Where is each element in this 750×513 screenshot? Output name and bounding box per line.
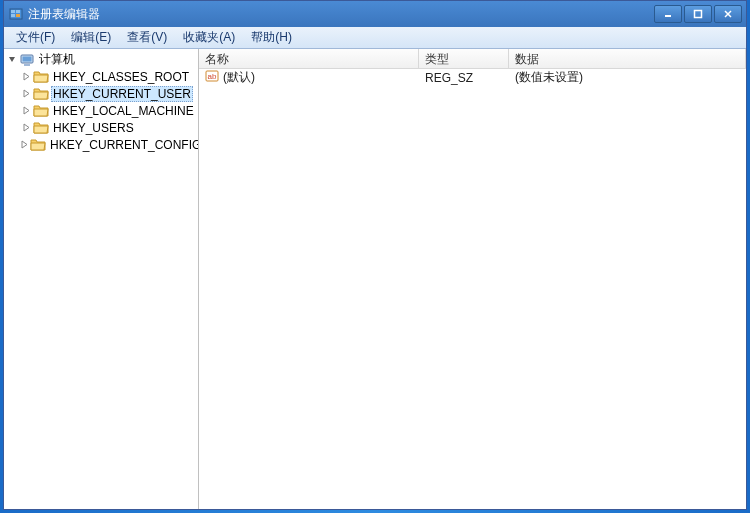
tree-node-label: HKEY_LOCAL_MACHINE [51,104,196,118]
list-body[interactable]: ab(默认)REG_SZ(数值未设置) [199,69,746,509]
app-icon [8,6,24,22]
window-controls [654,5,742,23]
computer-icon [19,52,35,68]
column-type[interactable]: 类型 [419,49,509,68]
string-value-icon: ab [205,69,219,86]
expand-icon[interactable] [20,122,32,134]
menu-view[interactable]: 查看(V) [119,27,175,48]
tree-root-computer[interactable]: 计算机 [4,51,198,68]
close-button[interactable] [714,5,742,23]
folder-icon [33,120,49,136]
list-row[interactable]: ab(默认)REG_SZ(数值未设置) [199,69,746,86]
expand-icon[interactable] [20,139,29,151]
tree-node-hive[interactable]: HKEY_USERS [4,119,198,136]
expand-icon[interactable] [20,88,32,100]
menu-edit[interactable]: 编辑(E) [63,27,119,48]
folder-icon [33,103,49,119]
svg-rect-3 [11,14,15,17]
collapse-icon[interactable] [6,54,18,66]
value-name: (默认) [223,69,255,86]
column-name[interactable]: 名称 [199,49,419,68]
tree-node-hive[interactable]: HKEY_CURRENT_USER [4,85,198,102]
svg-rect-6 [695,11,702,18]
tree-node-hive[interactable]: HKEY_LOCAL_MACHINE [4,102,198,119]
content-area: 计算机 HKEY_CLASSES_ROOTHKEY_CURRENT_USERHK… [4,49,746,509]
maximize-button[interactable] [684,5,712,23]
expand-icon[interactable] [20,71,32,83]
tree-node-label: HKEY_CURRENT_CONFIG [48,138,199,152]
tree-node-label: HKEY_CLASSES_ROOT [51,70,191,84]
titlebar[interactable]: 注册表编辑器 [4,1,746,27]
menubar: 文件(F) 编辑(E) 查看(V) 收藏夹(A) 帮助(H) [4,27,746,49]
tree-root-label: 计算机 [37,51,77,68]
folder-icon [33,86,49,102]
svg-rect-10 [23,56,32,61]
svg-text:ab: ab [208,72,217,81]
tree-node-label: HKEY_CURRENT_USER [51,86,193,102]
svg-rect-11 [24,64,30,66]
folder-icon [33,69,49,85]
minimize-button[interactable] [654,5,682,23]
list-header: 名称 类型 数据 [199,49,746,69]
column-data[interactable]: 数据 [509,49,746,68]
svg-rect-1 [11,10,15,13]
menu-file[interactable]: 文件(F) [8,27,63,48]
tree-node-hive[interactable]: HKEY_CURRENT_CONFIG [4,136,198,153]
folder-icon [30,137,46,153]
tree-panel[interactable]: 计算机 HKEY_CLASSES_ROOTHKEY_CURRENT_USERHK… [4,49,199,509]
menu-help[interactable]: 帮助(H) [243,27,300,48]
cell-name: ab(默认) [199,69,419,86]
list-panel: 名称 类型 数据 ab(默认)REG_SZ(数值未设置) [199,49,746,509]
registry-editor-window: 注册表编辑器 文件(F) 编辑(E) 查看(V) 收藏夹(A) 帮助(H) [3,0,747,510]
svg-rect-2 [16,10,20,13]
window-title: 注册表编辑器 [28,6,654,23]
svg-rect-4 [16,14,20,17]
cell-type: REG_SZ [419,71,509,85]
menu-favorites[interactable]: 收藏夹(A) [175,27,243,48]
tree-node-hive[interactable]: HKEY_CLASSES_ROOT [4,68,198,85]
tree-node-label: HKEY_USERS [51,121,136,135]
cell-data: (数值未设置) [509,69,746,86]
expand-icon[interactable] [20,105,32,117]
